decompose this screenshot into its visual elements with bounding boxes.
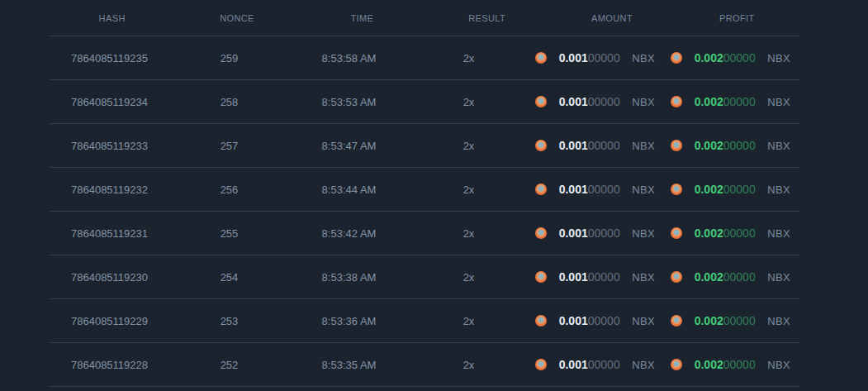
cell-profit: 0.00200000 NBX — [664, 270, 799, 284]
profit-value: 0.00200000 — [695, 226, 756, 240]
coin-icon — [671, 315, 682, 327]
currency-unit-label: NBX — [632, 315, 655, 327]
coin-icon — [535, 184, 547, 195]
currency-unit-label: NBX — [632, 140, 655, 152]
cell-result: 2x — [409, 271, 529, 284]
cell-nonce: 253 — [169, 315, 289, 327]
profit-value: 0.00200000 — [695, 51, 756, 64]
cell-amount: 0.00100000 NBX — [529, 314, 664, 327]
coin-icon — [535, 315, 547, 327]
column-header-amount: AMOUNT — [549, 13, 674, 23]
cell-hash: 7864085119234 — [50, 96, 169, 108]
coin-icon — [535, 52, 547, 64]
coin-icon — [535, 359, 547, 370]
table-row[interactable]: 7864085119233 257 8:53:47 AM 2x 0.001000… — [50, 124, 799, 168]
coin-icon — [671, 359, 682, 370]
amount-value: 0.00100000 — [559, 139, 620, 152]
coin-icon — [535, 96, 547, 107]
cell-profit: 0.00200000 NBX — [664, 139, 799, 152]
cell-result: 2x — [409, 140, 529, 152]
coin-icon — [671, 271, 682, 283]
table-row[interactable]: 7864085119230 254 8:53:38 AM 2x 0.001000… — [50, 255, 799, 299]
cell-amount: 0.00100000 NBX — [529, 270, 664, 284]
cell-hash: 7864085119233 — [50, 140, 169, 152]
amount-value: 0.00100000 — [559, 183, 620, 196]
cell-profit: 0.00200000 NBX — [664, 314, 799, 327]
bet-history-table: HASH NONCE TIME RESULT AMOUNT PROFIT 786… — [50, 0, 799, 387]
cell-result: 2x — [409, 52, 529, 64]
cell-profit: 0.00200000 NBX — [664, 95, 799, 108]
table-row[interactable]: 7864085119231 255 8:53:42 AM 2x 0.001000… — [50, 212, 799, 255]
cell-hash: 7864085119229 — [50, 315, 169, 327]
cell-hash: 7864085119235 — [50, 52, 169, 64]
coin-icon — [671, 140, 682, 151]
currency-unit-label: NBX — [767, 96, 790, 108]
profit-value: 0.00200000 — [695, 270, 756, 284]
amount-value: 0.00100000 — [559, 358, 620, 371]
column-header-hash: HASH — [50, 13, 174, 23]
cell-time: 8:53:38 AM — [289, 271, 409, 284]
coin-icon — [535, 227, 547, 239]
cell-amount: 0.00100000 NBX — [529, 139, 664, 152]
table-header-row: HASH NONCE TIME RESULT AMOUNT PROFIT — [50, 0, 799, 36]
coin-icon — [535, 140, 547, 151]
profit-value: 0.00200000 — [695, 358, 756, 371]
currency-unit-label: NBX — [767, 315, 790, 327]
cell-time: 8:53:44 AM — [289, 184, 409, 196]
cell-hash: 7864085119232 — [50, 184, 169, 196]
currency-unit-label: NBX — [632, 52, 655, 64]
cell-profit: 0.00200000 NBX — [664, 183, 799, 196]
table-row[interactable]: 7864085119234 258 8:53:53 AM 2x 0.001000… — [50, 80, 799, 124]
cell-nonce: 259 — [169, 52, 289, 64]
cell-result: 2x — [409, 96, 529, 108]
bet-history-screen: { "table": { "columns": [ { "id": "hash"… — [0, 0, 868, 391]
cell-profit: 0.00200000 NBX — [664, 358, 799, 371]
cell-time: 8:53:35 AM — [289, 359, 409, 371]
column-header-time: TIME — [300, 13, 425, 23]
currency-unit-label: NBX — [767, 359, 790, 371]
cell-result: 2x — [409, 359, 529, 371]
currency-unit-label: NBX — [767, 140, 790, 152]
coin-icon — [671, 184, 682, 195]
cell-time: 8:53:47 AM — [289, 140, 409, 152]
cell-nonce: 254 — [169, 271, 289, 284]
coin-icon — [535, 271, 547, 283]
cell-time: 8:53:58 AM — [289, 52, 409, 64]
cell-amount: 0.00100000 NBX — [529, 95, 664, 108]
currency-unit-label: NBX — [632, 227, 655, 240]
cell-profit: 0.00200000 NBX — [664, 226, 799, 240]
table-row[interactable]: 7864085119229 253 8:53:36 AM 2x 0.001000… — [50, 299, 799, 343]
amount-value: 0.00100000 — [559, 51, 620, 64]
cell-profit: 0.00200000 NBX — [664, 51, 799, 64]
cell-nonce: 252 — [169, 359, 289, 371]
cell-nonce: 257 — [169, 140, 289, 152]
cell-nonce: 255 — [169, 227, 289, 240]
currency-unit-label: NBX — [632, 271, 655, 284]
amount-value: 0.00100000 — [559, 270, 620, 284]
cell-result: 2x — [409, 227, 529, 240]
cell-hash: 7864085119231 — [50, 227, 169, 240]
table-body: 7864085119235 259 8:53:58 AM 2x 0.001000… — [50, 36, 799, 387]
cell-result: 2x — [409, 184, 529, 196]
coin-icon — [671, 52, 682, 64]
amount-value: 0.00100000 — [559, 314, 620, 327]
column-header-nonce: NONCE — [174, 13, 299, 23]
currency-unit-label: NBX — [767, 271, 790, 284]
amount-value: 0.00100000 — [559, 226, 620, 240]
table-row[interactable]: 7864085119232 256 8:53:44 AM 2x 0.001000… — [50, 168, 799, 212]
table-row[interactable]: 7864085119235 259 8:53:58 AM 2x 0.001000… — [50, 36, 799, 80]
profit-value: 0.00200000 — [695, 95, 756, 108]
cell-time: 8:53:53 AM — [289, 96, 409, 108]
profit-value: 0.00200000 — [695, 139, 756, 152]
table-row[interactable]: 7864085119228 252 8:53:35 AM 2x 0.001000… — [50, 343, 799, 387]
coin-icon — [671, 227, 682, 239]
amount-value: 0.00100000 — [559, 95, 620, 108]
cell-time: 8:53:42 AM — [289, 227, 409, 240]
profit-value: 0.00200000 — [695, 183, 756, 196]
currency-unit-label: NBX — [767, 184, 790, 196]
currency-unit-label: NBX — [632, 359, 655, 371]
cell-nonce: 256 — [169, 184, 289, 196]
currency-unit-label: NBX — [767, 227, 790, 240]
column-header-result: RESULT — [425, 13, 549, 23]
profit-value: 0.00200000 — [695, 314, 756, 327]
